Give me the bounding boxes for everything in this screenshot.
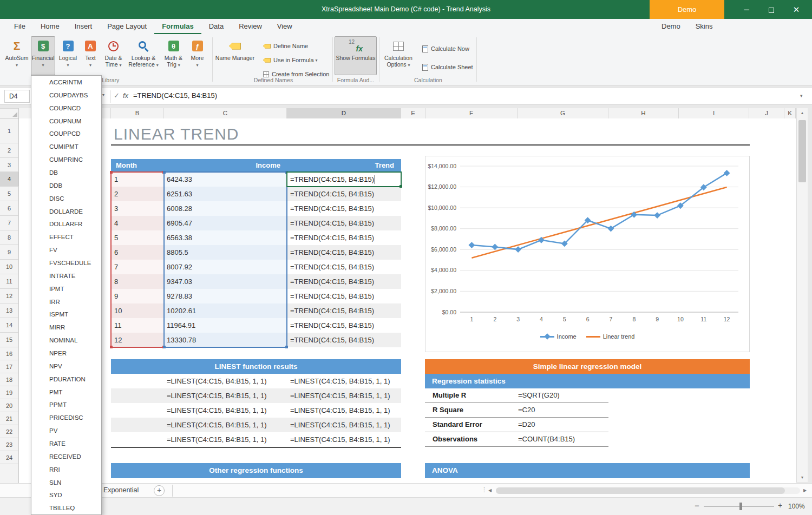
horizontal-scroll-thumb[interactable] <box>496 487 785 494</box>
lookup-reference-button[interactable]: Lookup &Reference ▾ <box>126 36 161 75</box>
cell-income-10[interactable]: 10202.61 <box>164 303 287 318</box>
row-header-20[interactable]: 20 <box>0 399 19 412</box>
cell-month-9[interactable]: 9 <box>111 289 164 303</box>
cell-trend-5[interactable]: =TREND(C4:C15, B4:B15) <box>287 230 401 245</box>
menu-item-pv[interactable]: PV <box>31 424 101 437</box>
cell-linest[interactable]: =LINEST(C4:C15, B4:B15, 1, 1) <box>164 374 287 388</box>
row-header-15[interactable]: 15 <box>0 333 19 347</box>
menu-item-ispmt[interactable]: ISPMT <box>31 308 101 321</box>
row-header-18[interactable]: 18 <box>0 373 19 386</box>
cell-trend-8[interactable]: =TREND(C4:C15, B4:B15) <box>287 274 401 289</box>
define-name-button[interactable]: Define Name <box>260 40 313 52</box>
stat-value[interactable]: =D20 <box>518 418 535 432</box>
menu-item-tbilleq[interactable]: TBILLEQ <box>31 501 101 514</box>
cell-trend-3[interactable]: =TREND(C4:C15, B4:B15) <box>287 201 401 216</box>
sheet-tab-exponential[interactable]: Exponential <box>99 484 143 497</box>
minimize-button[interactable]: ─ <box>734 0 759 19</box>
header-month[interactable]: Month <box>111 159 164 172</box>
text-button[interactable]: AText▾ <box>80 36 101 75</box>
cell-trend-4[interactable]: =TREND(C4:C15, B4:B15) <box>287 216 401 230</box>
cell-linest[interactable]: =LINEST(C4:C15, B4:B15, 1, 1) <box>287 388 401 403</box>
cell-month-1[interactable]: 1 <box>111 172 164 187</box>
column-header-g[interactable]: G <box>518 108 608 118</box>
row-header-6[interactable]: 6 <box>0 201 19 216</box>
scroll-left-icon[interactable]: ◀ <box>488 488 492 493</box>
menu-item-rri[interactable]: RRI <box>31 463 101 476</box>
stat-value[interactable]: =C20 <box>518 403 535 417</box>
stat-value[interactable]: =COUNT(B4:B15) <box>518 432 575 446</box>
menu-item-nominal[interactable]: NOMINAL <box>31 334 101 347</box>
menu-item-couppcd[interactable]: COUPPCD <box>31 127 101 140</box>
row-header-13[interactable]: 13 <box>0 303 19 318</box>
cell-income-5[interactable]: 6563.38 <box>164 230 287 245</box>
zoom-out-button[interactable]: − <box>695 501 699 510</box>
column-header-f[interactable]: F <box>425 108 518 118</box>
linest-header[interactable]: LINEST function results <box>111 359 401 374</box>
cell-trend-11[interactable]: =TREND(C4:C15, B4:B15) <box>287 318 401 333</box>
menu-item-disc[interactable]: DISC <box>31 192 101 205</box>
add-sheet-button[interactable]: + <box>154 485 165 496</box>
zoom-in-button[interactable]: + <box>778 501 782 510</box>
menu-item-rate[interactable]: RATE <box>31 437 101 450</box>
row-header-24[interactable]: 24 <box>0 451 19 464</box>
row-header-10[interactable]: 10 <box>0 260 19 274</box>
row-header-12[interactable]: 12 <box>0 289 19 303</box>
cell-linest[interactable]: =LINEST(C4:C15, B4:B15, 1, 1) <box>287 374 401 388</box>
row-header-21[interactable]: 21 <box>0 412 19 425</box>
column-header-d[interactable]: D <box>287 108 401 118</box>
cell-empty[interactable] <box>111 403 164 418</box>
active-cell-editor[interactable]: =TREND(C4:C15, B4:B15) <box>286 171 402 187</box>
cell-trend-7[interactable]: =TREND(C4:C15, B4:B15) <box>287 260 401 274</box>
column-header-b[interactable]: B <box>111 108 164 118</box>
menu-item-syd[interactable]: SYD <box>31 489 101 502</box>
zoom-slider-handle[interactable] <box>739 503 742 510</box>
menu-item-cumprinc[interactable]: CUMPRINC <box>31 153 101 166</box>
use-in-formula-button[interactable]: Use in Formula▾ <box>260 54 321 66</box>
menu-item-ipmt[interactable]: IPMT <box>31 282 101 295</box>
cell-income-11[interactable]: 11964.91 <box>164 318 287 333</box>
menu-item-db[interactable]: DB <box>31 166 101 179</box>
row-header-1[interactable]: 1 <box>0 118 19 143</box>
tab-page-layout[interactable]: Page Layout <box>100 19 154 34</box>
cell-trend-10[interactable]: =TREND(C4:C15, B4:B15) <box>287 303 401 318</box>
insert-function-icon[interactable]: fx <box>123 91 128 100</box>
menu-item-pricedisc[interactable]: PRICEDISC <box>31 411 101 424</box>
cell-income-4[interactable]: 6905.47 <box>164 216 287 230</box>
column-header-k[interactable]: K <box>784 108 796 118</box>
menu-item-coupncd[interactable]: COUPNCD <box>31 102 101 115</box>
stat-value[interactable]: =SQRT(G20) <box>518 388 560 402</box>
regression-header[interactable]: Simple linear regression model <box>425 359 750 374</box>
row-header-22[interactable]: 22 <box>0 425 19 438</box>
cell-income-12[interactable]: 13330.78 <box>164 333 287 347</box>
menu-item-ddb[interactable]: DDB <box>31 179 101 192</box>
more-button[interactable]: ƒMore▾ <box>186 36 208 75</box>
cell-month-10[interactable]: 10 <box>111 303 164 318</box>
horizontal-scrollbar[interactable] <box>496 487 800 494</box>
cell-income-9[interactable]: 9278.83 <box>164 289 287 303</box>
menu-item-irr[interactable]: IRR <box>31 295 101 308</box>
tab-skins[interactable]: Skins <box>688 19 721 34</box>
name-box-dropdown-icon[interactable]: ▾ <box>102 93 104 97</box>
show-formulas-button[interactable]: 12fx Show Formulas <box>335 36 377 75</box>
cell-linest[interactable]: =LINEST(C4:C15, B4:B15, 1, 1) <box>164 418 287 432</box>
menu-item-intrate[interactable]: INTRATE <box>31 269 101 282</box>
column-header-c[interactable]: C <box>164 108 287 118</box>
vertical-scrollbar[interactable]: ▲ ▼ <box>796 108 808 482</box>
menu-item-ppmt[interactable]: PPMT <box>31 398 101 411</box>
tab-demo[interactable]: Demo <box>654 19 688 34</box>
cell-name-box[interactable]: D4 <box>4 90 30 103</box>
cell-month-7[interactable]: 7 <box>111 260 164 274</box>
name-manager-button[interactable]: Name Manager <box>214 36 256 75</box>
scroll-right-icon[interactable]: ▶ <box>803 488 807 493</box>
menu-item-mirr[interactable]: MIRR <box>31 321 101 334</box>
calculate-now-button[interactable]: Calculate Now <box>419 43 474 55</box>
formula-bar-expand-icon[interactable]: ▾ <box>800 93 803 98</box>
menu-item-accrintm[interactable]: ACCRINTM <box>31 76 101 89</box>
tab-data[interactable]: Data <box>201 19 231 34</box>
menu-item-nper[interactable]: NPER <box>31 347 101 360</box>
column-header-e[interactable]: E <box>401 108 425 118</box>
cell-income-8[interactable]: 9347.03 <box>164 274 287 289</box>
cell-linest[interactable]: =LINEST(C4:C15, B4:B15, 1, 1) <box>164 403 287 418</box>
autosum-button[interactable]: ΣAutoSum▾ <box>4 36 29 75</box>
row-header-4[interactable]: 4 <box>0 172 19 187</box>
